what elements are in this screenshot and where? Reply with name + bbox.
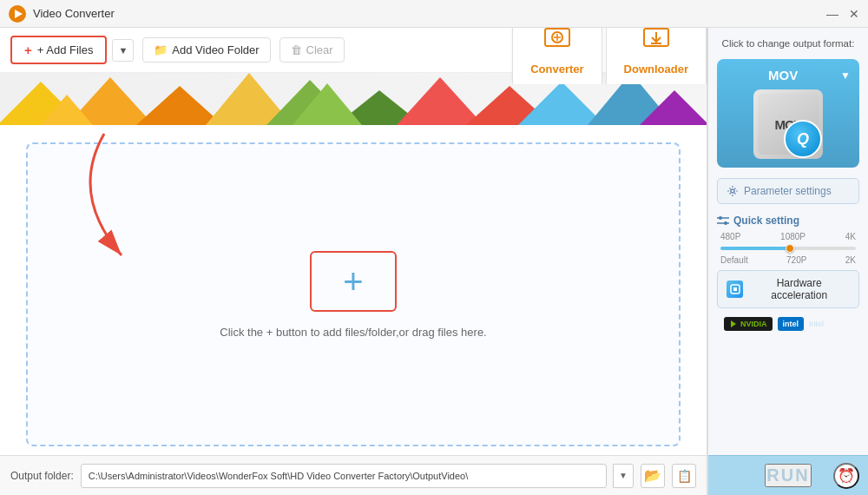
nvidia-badge: NVIDIA [724,317,773,331]
downloader-label: Downloader [624,63,688,76]
window-controls: — ✕ [826,8,859,20]
svg-marker-30 [731,320,736,327]
add-files-label: + Add Files [37,43,94,56]
add-files-dropdown[interactable]: ▼ [112,39,134,62]
add-files-button[interactable]: + + Add Files [10,36,107,64]
add-folder-button[interactable]: 📁 Add Video Folder [142,37,270,63]
converter-label: Converter [530,63,583,76]
param-settings-btn[interactable]: Parameter settings [717,178,859,204]
clear-label: Clear [306,43,333,56]
minimize-btn[interactable]: — [826,8,838,20]
svg-marker-11 [136,86,223,125]
drop-plus-icon: + [343,264,363,299]
tab-downloader[interactable]: Downloader [606,28,707,84]
output-format-label: Click to change output format: [717,38,859,49]
path-dropdown-btn[interactable]: ▼ [613,464,634,488]
format-header: MOV ▼ [726,68,851,82]
bottom-bar: Output folder: ▼ 📂 📋 [0,455,707,495]
app-logo [9,5,26,23]
header-area: + + Add Files ▼ 📁 Add Video Folder 🗑 Cle… [0,28,707,125]
quicktime-icon: Q [784,120,822,158]
svg-marker-15 [397,77,483,125]
quick-setting-icon [717,216,729,225]
converter-icon [543,28,571,59]
quality-slider[interactable]: 480P 1080P 4K Default 720P 2K [717,232,859,265]
hw-accel-label: Hardware acceleration [748,277,850,301]
source-folder-btn[interactable]: 📋 [672,464,696,488]
add-folder-label: Add Video Folder [172,43,259,56]
param-settings-label: Parameter settings [744,185,832,197]
format-name: MOV [726,68,840,82]
drop-hint-text: Click the + button to add files/folder,o… [220,326,486,339]
drop-area-wrapper: + Click the + button to add files/folder… [0,125,707,455]
svg-point-27 [724,221,727,225]
hw-accel-btn[interactable]: Hardware acceleration [717,270,859,308]
run-area: Run ⏰ [708,455,868,495]
hw-accel-icon [727,280,743,298]
right-panel: Click to change output format: MOV ▼ MOV… [707,28,868,495]
title-bar: Video Converter — ✕ [0,0,868,28]
gpu-badges: NVIDIA intel Intel [717,314,859,334]
tab-converter[interactable]: Converter [512,28,602,84]
right-panel-content: Click to change output format: MOV ▼ MOV… [708,28,868,455]
output-path-input[interactable] [81,464,607,488]
intel-label: Intel [809,320,824,328]
clear-icon: 🗑 [291,43,302,56]
close-btn[interactable]: ✕ [849,8,859,20]
source-icon: 📋 [677,469,692,483]
plus-icon: + [24,43,32,57]
output-label: Output folder: [10,470,74,482]
tabs-container: Converter Downloader [512,28,707,84]
content-area: + + Add Files ▼ 📁 Add Video Folder 🗑 Cle… [0,28,707,495]
folder-icon: 📁 [154,43,168,56]
quick-setting-section: Quick setting 480P 1080P 4K Default 720P [717,214,859,334]
settings-icon [727,185,739,197]
svg-point-23 [731,189,734,193]
quality-thumb [786,244,794,253]
folder-open-icon: 📂 [644,467,661,484]
timer-button[interactable]: ⏰ [833,463,859,489]
format-dropdown-arrow: ▼ [840,69,851,82]
timer-icon: ⏰ [838,467,855,484]
add-files-plus-box[interactable]: + [310,251,397,312]
drop-zone[interactable]: + Click the + button to add files/folder… [26,142,681,446]
clear-button[interactable]: 🗑 Clear [279,37,345,63]
svg-rect-29 [733,287,737,291]
quality-track [720,247,856,250]
quality-labels-bottom: Default 720P 2K [720,255,856,265]
quick-setting-label: Quick setting [717,214,859,227]
quality-labels-top: 480P 1080P 4K [720,232,856,241]
format-selector[interactable]: MOV ▼ MOV Q [717,59,859,168]
nvidia-logo [729,320,738,328]
svg-marker-17 [518,82,605,125]
intel-badge: intel [778,317,805,331]
toolbar: + + Add Files ▼ 📁 Add Video Folder 🗑 Cle… [0,28,707,73]
app-title: Video Converter [33,7,826,20]
open-folder-btn[interactable]: 📂 [641,464,665,488]
mov-icon: MOV Q [753,89,823,159]
downloader-icon [642,28,670,59]
main-container: + + Add Files ▼ 📁 Add Video Folder 🗑 Cle… [0,28,868,495]
run-button[interactable]: Run [765,464,811,487]
svg-point-26 [719,216,722,220]
